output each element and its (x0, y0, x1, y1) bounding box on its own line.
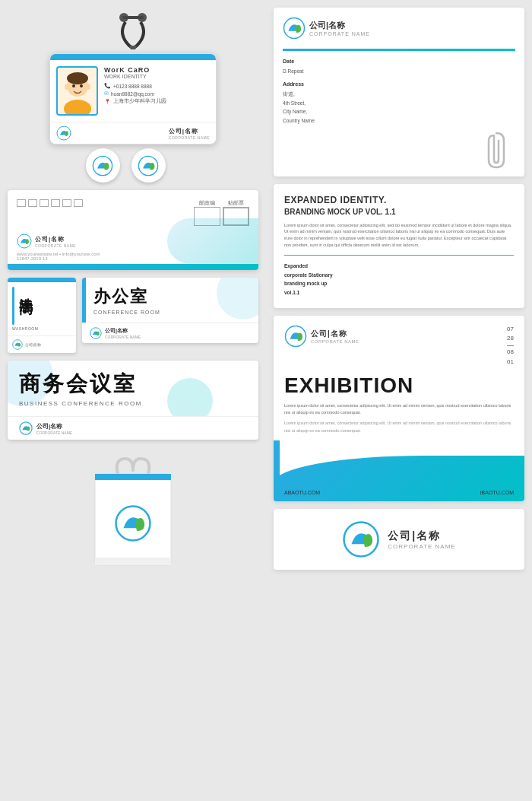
office-sign-wrapper: 办公室 CONFERENCE ROOM 公司|名称 CORPORATE NAME (82, 278, 258, 353)
conference-sign: 商务会议室 BUSINESS CONFERENCE ROOM 公司|名称 COR… (8, 361, 258, 440)
exhibition-logo: 公司|名称 CORPORATE NAME (284, 325, 359, 348)
letterhead: 公司|名称 CORPORATE NAME Date D.Repeat Addre… (274, 8, 524, 176)
svg-point-7 (80, 84, 83, 87)
exhibition-date: 07 28 08 01 (507, 325, 514, 367)
id-card-company-zh: 公司|名称 (169, 127, 210, 135)
office-company-zh: 公司|名称 (105, 327, 141, 335)
letterhead-date-value: D.Repeat (283, 67, 515, 76)
id-card-section: WorK CaRO WORK IDENTITY 📞 +0123 8888 888… (8, 11, 258, 183)
branding-title: EXPANDED IDENTITY. (284, 195, 514, 205)
envelope-address-boxes (17, 199, 83, 226)
letterhead-date-label: Date (283, 59, 294, 64)
svg-point-3 (64, 100, 91, 114)
conference-sign-en: BUSINESS CONFERENCE ROOM (19, 400, 247, 407)
badge-2 (131, 148, 166, 183)
id-card-header (50, 54, 216, 60)
svg-rect-19 (95, 474, 171, 480)
bottom-company-zh: 公司|名称 (388, 529, 455, 543)
svg-point-5 (67, 72, 88, 84)
letterhead-company-en: CORPORATE NAME (309, 31, 370, 37)
letterhead-fields: Date D.Repeat Address 街道, 4th Street, Ci… (283, 57, 515, 126)
branding-footer: Expanded corporate Stationary branding m… (284, 262, 514, 297)
washroom-company: 公司|名称 (25, 342, 41, 347)
svg-rect-2 (122, 16, 144, 19)
badge-1 (86, 148, 120, 183)
id-card-address: 📍 上海市少年科学习儿园 (104, 98, 210, 105)
id-card-company-en: CORPORATE NAME (169, 135, 210, 140)
svg-point-9 (86, 84, 90, 90)
id-card: WorK CaRO WORK IDENTITY 📞 +0123 8888 888… (49, 53, 217, 145)
id-card-phone: 📞 +0123 8888 8888 (104, 83, 210, 89)
office-company-en: CORPORATE NAME (105, 335, 141, 339)
exhibition-url2: IBAOTU.COM (480, 490, 514, 495)
office-sign-zh: 办公室 (93, 285, 251, 308)
svg-point-6 (72, 84, 75, 87)
exhibition-company-en: CORPORATE NAME (311, 339, 359, 344)
id-card-email: ✉ huan8882@qq.com (104, 91, 210, 97)
conference-company-en: CORPORATE NAME (36, 431, 72, 435)
id-card-info: WorK CaRO WORK IDENTITY 📞 +0123 8888 888… (104, 66, 210, 116)
id-card-title: WorK CaRO (104, 66, 210, 74)
id-card-avatar (56, 66, 98, 116)
letterhead-address-label: Address (283, 81, 304, 87)
letterhead-addr4: Country Name (283, 116, 515, 126)
washroom-sign-zh: 洗手间 (17, 287, 35, 291)
envelope-company-zh: 公司|名称 (35, 235, 76, 243)
conference-sign-zh: 商务会议室 (19, 370, 247, 399)
branding-body: Lorem ipsum dolor sit amet, consectetur … (284, 222, 514, 249)
washroom-sign-en: WASHROOM (12, 326, 71, 331)
office-sign-en: CONFERENCE ROOM (93, 310, 251, 315)
letterhead-company: 公司|名称 (309, 20, 370, 31)
svg-rect-18 (95, 558, 171, 565)
bottom-logo-section: 公司|名称 CORPORATE NAME (274, 509, 524, 570)
envelope: 邮政编 贴邮票 (8, 190, 258, 270)
conference-company-zh: 公司|名称 (36, 422, 72, 431)
office-sign: 办公室 CONFERENCE ROOM 公司|名称 CORPORATE NAME (82, 278, 258, 343)
branding-doc: EXPANDED IDENTITY. BRANDING MOCK UP VOL.… (274, 184, 524, 308)
bottom-company-en: CORPORATE NAME (388, 543, 455, 550)
letterhead-addr2: 4th Street, (283, 99, 515, 108)
letterhead-divider (283, 49, 515, 51)
letterhead-addr3: City Name, (283, 107, 515, 116)
lanyard (110, 11, 156, 49)
exhibition-bottom: ABAOTU.COM IBAOTU.COM (274, 440, 524, 501)
exhibition-body: Lorem ipsum dolor sit amet, consectetur … (274, 402, 524, 434)
id-card-subtitle: WORK IDENTITY (104, 74, 210, 79)
washroom-sign: 洗手间 WASHROOM 公司|名称 (8, 278, 76, 353)
exhibition-title: EXHIBITION (274, 373, 524, 398)
bottom-logo-text: 公司|名称 CORPORATE NAME (388, 529, 455, 550)
id-card-footer: 公司|名称 CORPORATE NAME (50, 122, 216, 144)
badges-section (86, 148, 181, 183)
exhibition-url1: ABAOTU.COM (284, 490, 320, 495)
letterhead-addr1: 街道, (283, 90, 515, 99)
exhibition-company-zh: 公司|名称 (311, 329, 359, 339)
branding-divider (284, 255, 514, 256)
room-signs-row: 洗手间 WASHROOM 公司|名称 (8, 278, 258, 353)
exhibition-card: 公司|名称 CORPORATE NAME 07 28 08 01 EXHIBIT… (274, 316, 524, 502)
branding-subtitle: BRANDING MOCK UP VOL. 1.1 (284, 208, 514, 216)
bag-section (8, 447, 258, 577)
envelope-company-en: CORPORATE NAME (35, 243, 76, 248)
svg-point-8 (65, 84, 69, 90)
